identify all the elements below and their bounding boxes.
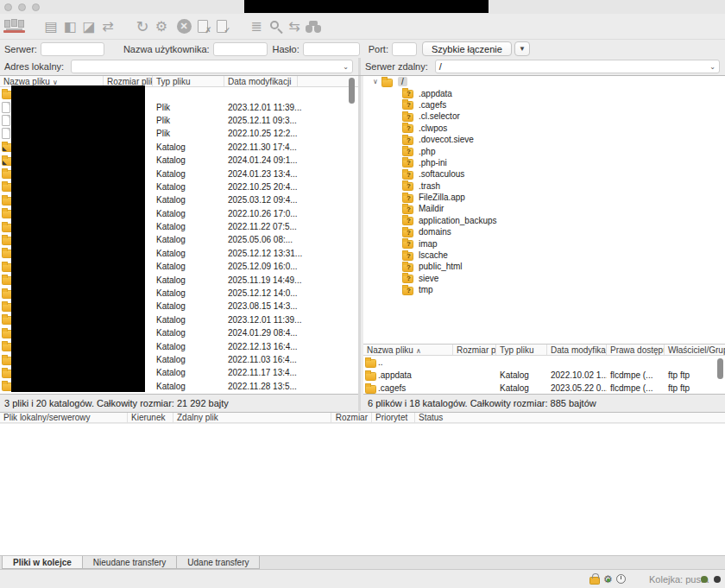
column-header[interactable]: Zdalny plik — [173, 413, 331, 423]
remote-list-scrollbar[interactable] — [717, 358, 723, 379]
reconnect-button[interactable]: ✓ — [212, 16, 231, 37]
find-files-button[interactable] — [304, 16, 323, 37]
username-input[interactable] — [213, 42, 268, 56]
message-log-icon: ▤ — [44, 20, 57, 34]
tab-nieudane-transfery[interactable]: Nieudane transfery — [82, 556, 178, 569]
tree-item[interactable]: ?domains — [363, 226, 725, 237]
chevron-down-icon: ⌄ — [343, 63, 349, 71]
remote-address-combobox[interactable]: / ⌄ — [435, 60, 720, 73]
file-date: 2022.10.25 20:4... — [224, 182, 361, 192]
column-header[interactable]: Data modyfikacji — [224, 76, 298, 87]
folder-icon-cell: ? — [401, 99, 416, 110]
file-type: Katalog — [153, 382, 224, 391]
username-label: Nazwa użytkownika: — [123, 44, 210, 54]
zoom-window-button[interactable] — [32, 3, 40, 11]
tree-item-label: .cagefs — [419, 100, 446, 110]
file-date: 2022.10.25 12:2... — [224, 129, 361, 138]
disconnect-button[interactable]: ✗ — [193, 16, 212, 37]
password-input[interactable] — [303, 42, 360, 56]
column-header[interactable]: Właściciel/Grupa — [665, 345, 725, 356]
toolbar: ▤ ◧ ◪ ⇄ ↻ ⚙ ✕ ✗ ✓ ≣ ⇆ — [0, 14, 725, 40]
column-header[interactable]: Plik lokalny/serwerowy — [0, 413, 128, 423]
directory-comparison-button[interactable] — [266, 16, 285, 37]
remote-address-section: Serwer zdalny: / ⌄ — [361, 58, 725, 75]
close-window-button[interactable] — [4, 3, 12, 11]
tree-item[interactable]: ?.trash — [363, 180, 725, 192]
symlink-badge-icon — [3, 161, 7, 165]
column-header[interactable]: Prawa dostępu — [607, 345, 665, 356]
local-list-scrollbar[interactable] — [349, 78, 355, 104]
file-date: 2022.10.26 17:0... — [224, 209, 361, 218]
directory-listing-filters-button[interactable]: ≣ — [247, 16, 266, 37]
remote-treeview-button[interactable]: ◪ — [79, 16, 98, 37]
file-type: Katalog — [153, 142, 224, 152]
file-type: Katalog — [153, 209, 224, 218]
queue-status-text: Kolejka: pusta — [649, 574, 709, 585]
site-manager-button[interactable] — [3, 16, 26, 37]
quickconnect-dropdown-button[interactable]: ▼ — [514, 41, 530, 56]
file-row[interactable]: .cagefsKatalog2023.05.22 0...flcdmpe (..… — [363, 382, 725, 394]
tree-item[interactable]: ?public_html — [363, 261, 725, 272]
tree-item[interactable]: ?.php — [363, 145, 725, 156]
folder-question-icon: ? — [402, 182, 413, 191]
gear-icon[interactable]: ⚙ — [603, 574, 613, 585]
local-treeview-button[interactable]: ◧ — [60, 16, 79, 37]
file-date: 2023.12.01 11:39... — [224, 315, 361, 325]
cancel-operation-button[interactable]: ✕ — [174, 16, 193, 37]
tab-pliki-w-kolejce[interactable]: Pliki w kolejce — [2, 556, 83, 569]
folder-question-icon: ? — [402, 136, 413, 145]
folder-question-icon: ? — [402, 275, 413, 283]
column-header[interactable]: Typ pliku — [153, 76, 224, 87]
sort-asc-icon: ∧ — [416, 347, 421, 355]
local-address-combobox[interactable]: ⌄ — [71, 60, 353, 73]
chevron-down-icon[interactable]: ∨ — [370, 78, 381, 85]
quickconnect-button[interactable]: Szybkie łączenie — [422, 41, 512, 56]
port-input[interactable] — [392, 42, 417, 56]
password-label: Hasło: — [273, 44, 299, 54]
file-row[interactable]: .appdataKatalog2022.10.02 1...flcdmpe (.… — [363, 369, 725, 382]
lock-icon[interactable] — [589, 577, 600, 585]
tree-item[interactable]: ?lscache — [363, 250, 725, 261]
column-header[interactable]: Priorytet — [372, 413, 415, 423]
process-queue-button[interactable]: ⚙ — [152, 16, 171, 37]
tree-item[interactable]: ?.cagefs — [363, 99, 725, 111]
tree-item[interactable]: ?.dovecot.sieve — [363, 134, 725, 145]
synchronized-browsing-button[interactable]: ⇆ — [285, 16, 304, 37]
tree-item[interactable]: ?.cl.selector — [363, 111, 725, 122]
column-header[interactable]: Rozmiar — [331, 413, 372, 423]
file-date: 2022.11.03 16:4... — [224, 355, 361, 364]
tree-item[interactable]: ?FileZilla.app — [363, 192, 725, 203]
address-row: Adres lokalny: ⌄ Serwer zdalny: / ⌄ — [0, 58, 725, 76]
tab-udane-transfery[interactable]: Udane transfery — [176, 556, 260, 569]
transfer-queue-view-button[interactable]: ⇄ — [98, 16, 117, 37]
filter-icon: ≣ — [250, 20, 262, 34]
tree-item[interactable]: ?tmp — [363, 284, 725, 295]
file-type: Katalog — [496, 383, 547, 393]
column-header[interactable]: Rozmiar pliku — [453, 345, 496, 356]
file-perms: flcdmpe (... — [607, 383, 665, 393]
file-date: 2025.05.06 08:... — [224, 235, 361, 244]
column-header[interactable]: Kierunek — [128, 413, 173, 423]
activity-indicators — [701, 576, 721, 583]
file-name: .. — [378, 357, 453, 367]
tree-item[interactable]: ?sieve — [363, 273, 725, 284]
minimize-window-button[interactable] — [18, 3, 26, 11]
tree-item[interactable]: ?Maildir — [363, 203, 725, 214]
tree-item[interactable]: ?.appdata — [363, 87, 725, 98]
tree-item[interactable]: ?.clwpos — [363, 123, 725, 134]
column-header[interactable]: Typ pliku — [496, 345, 547, 356]
column-header[interactable]: Data modyfikacji — [547, 345, 607, 356]
folder-icon-cell: ? — [401, 215, 416, 225]
column-header[interactable]: Status — [415, 413, 467, 423]
message-log-button[interactable]: ▤ — [41, 16, 60, 37]
speed-limit-icon[interactable] — [616, 574, 626, 584]
refresh-button[interactable]: ↻ — [133, 16, 152, 37]
tree-item[interactable]: ?application_backups — [363, 215, 725, 226]
tree-item[interactable]: ?.softaculous — [363, 168, 725, 180]
tree-item[interactable]: ?.php-ini — [363, 157, 725, 168]
tree-item[interactable]: ?imap — [363, 237, 725, 249]
tree-root-row[interactable]: ∨/ — [363, 76, 725, 87]
file-row[interactable]: .. — [363, 356, 725, 369]
column-header[interactable]: Nazwa pliku∧ — [363, 345, 453, 356]
server-input[interactable] — [41, 42, 104, 56]
